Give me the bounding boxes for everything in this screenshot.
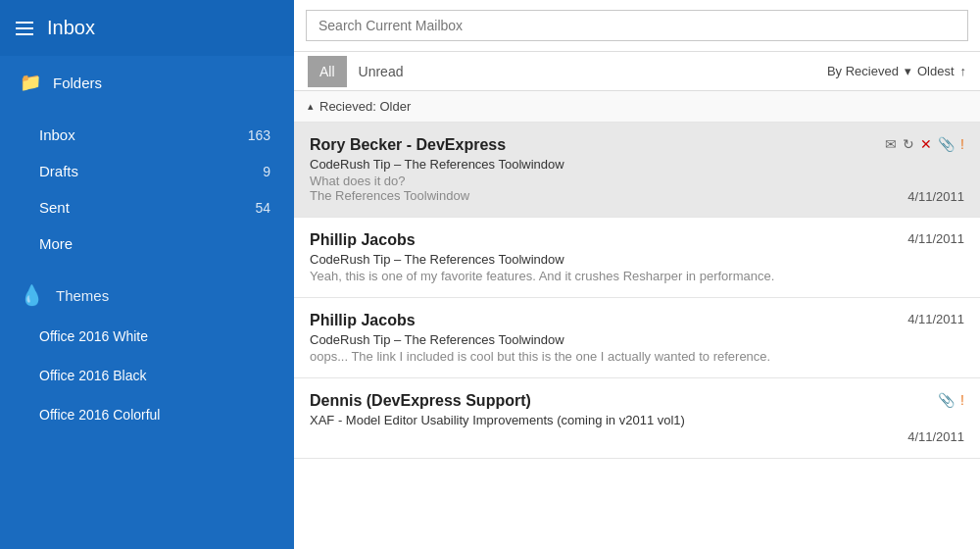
email-subject: CodeRush Tip – The References Toolwindow (310, 157, 964, 172)
sent-label: Sent (39, 199, 70, 216)
more-nav-item[interactable]: More (0, 225, 294, 262)
email-item[interactable]: Phillip Jacobs 4/11/2011 CodeRush Tip – … (294, 218, 980, 298)
inbox-nav-item[interactable]: Inbox 163 (0, 117, 294, 153)
email-list: Rory Becker - DevExpress ✉ ↻ ✕ 📎 ! CodeR… (294, 123, 980, 549)
email-date: 4/11/2011 (907, 187, 964, 205)
inbox-count: 163 (248, 127, 270, 143)
themes-section: 💧 Themes (0, 270, 294, 317)
themes-paint-icon: 💧 (20, 283, 44, 307)
drafts-label: Drafts (39, 163, 78, 179)
folders-label: Folders (53, 75, 102, 91)
email-actions: 📎 ! (938, 392, 964, 408)
section-label: Recieved: Older (319, 99, 411, 114)
flag-icon: ! (960, 392, 964, 408)
sent-nav-item[interactable]: Sent 54 (0, 189, 294, 225)
email-sender: Phillip Jacobs (310, 231, 416, 249)
email-sender: Rory Becker - DevExpress (310, 136, 506, 154)
search-bar (294, 0, 980, 52)
email-preview: oops... The link I included is cool but … (310, 349, 964, 364)
delete-icon[interactable]: ✕ (920, 136, 932, 152)
sidebar-nav-folders[interactable]: 📁 Folders (0, 56, 294, 109)
filter-tab-unread[interactable]: Unread (347, 56, 416, 87)
section-header: ▴ Recieved: Older (294, 91, 980, 123)
inbox-label: Inbox (39, 126, 75, 143)
search-input[interactable] (306, 10, 968, 41)
sent-count: 54 (255, 200, 270, 216)
attach-icon: 📎 (938, 392, 955, 408)
flag-icon[interactable]: ! (960, 136, 964, 152)
sort-label: By Recieved (827, 64, 899, 78)
sidebar-header: Inbox (0, 0, 294, 56)
more-label: More (39, 235, 73, 252)
theme-white-label: Office 2016 White (39, 328, 148, 344)
sort-asc-icon: ↑ (960, 64, 967, 78)
email-subject: CodeRush Tip – The References Toolwindow (310, 332, 964, 347)
main-panel: All Unread By Recieved ▾ Oldest ↑ ▴ Reci… (294, 0, 980, 549)
attach-icon[interactable]: 📎 (938, 136, 955, 152)
email-date: 4/11/2011 (907, 429, 964, 444)
email-subject: XAF - Model Editor Usability Improvement… (310, 413, 964, 427)
theme-black-label: Office 2016 Black (39, 368, 146, 383)
email-item[interactable]: Phillip Jacobs 4/11/2011 CodeRush Tip – … (294, 298, 980, 378)
theme-office-white[interactable]: Office 2016 White (0, 317, 294, 356)
email-actions: ✉ ↻ ✕ 📎 ! (885, 136, 964, 152)
email-date: 4/11/2011 (907, 312, 964, 326)
email-item[interactable]: Dennis (DevExpress Support) 📎 ! XAF - Mo… (294, 378, 980, 459)
section-collapse-icon: ▴ (308, 100, 314, 113)
themes-label: Themes (56, 287, 109, 304)
mail-nav-items: Inbox 163 Drafts 9 Sent 54 More (0, 109, 294, 270)
theme-colorful-label: Office 2016 Colorful (39, 407, 160, 423)
filter-bar: All Unread By Recieved ▾ Oldest ↑ (294, 52, 980, 91)
email-item[interactable]: Rory Becker - DevExpress ✉ ↻ ✕ 📎 ! CodeR… (294, 123, 980, 218)
hamburger-menu-icon[interactable] (16, 22, 33, 35)
email-sender: Dennis (DevExpress Support) (310, 392, 531, 410)
sort-controls[interactable]: By Recieved ▾ Oldest ↑ (827, 64, 966, 78)
theme-office-black[interactable]: Office 2016 Black (0, 356, 294, 395)
sort-direction-label: Oldest (917, 64, 955, 78)
email-preview: What does it do? The References Toolwind… (310, 174, 964, 203)
sort-dropdown-icon: ▾ (905, 64, 911, 78)
filter-tab-all[interactable]: All (308, 56, 347, 87)
email-preview: Yeah, this is one of my favorite feature… (310, 269, 964, 283)
folder-icon: 📁 (20, 72, 41, 93)
theme-office-colorful[interactable]: Office 2016 Colorful (0, 395, 294, 434)
filter-tabs: All Unread (308, 56, 415, 87)
email-sender: Phillip Jacobs (310, 312, 416, 329)
sidebar: Inbox 📁 Folders Inbox 163 Drafts 9 Sent … (0, 0, 294, 549)
drafts-count: 9 (263, 164, 270, 179)
reply-icon[interactable]: ✉ (885, 136, 897, 152)
sidebar-title: Inbox (47, 17, 95, 39)
drafts-nav-item[interactable]: Drafts 9 (0, 153, 294, 189)
email-date: 4/11/2011 (907, 231, 964, 246)
email-subject: CodeRush Tip – The References Toolwindow (310, 252, 964, 267)
forward-icon[interactable]: ↻ (903, 136, 914, 152)
